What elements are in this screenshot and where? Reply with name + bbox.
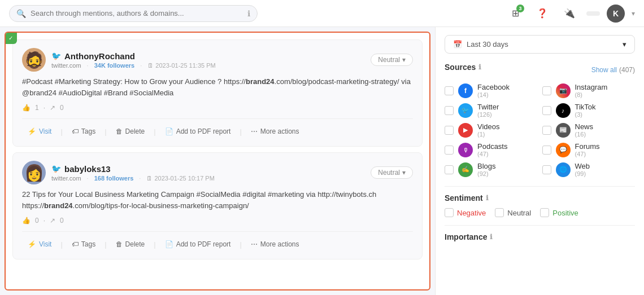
sentiment-checkbox-neutral[interactable] (495, 208, 504, 217)
plugin-button[interactable]: 🔌 (559, 3, 580, 24)
info-icon[interactable]: ℹ (486, 194, 489, 202)
tags-button[interactable]: 🏷 Tags (66, 125, 101, 138)
sentiment-badge[interactable]: Neutral ▾ (371, 166, 413, 179)
chevron-down-icon: ▾ (402, 56, 406, 64)
post-content: #Podcast #Marketing Strategy: How to Gro… (22, 76, 413, 98)
sentiment-section: Sentiment ℹ Negative Neutral Positive (445, 193, 635, 217)
tag-icon: 🏷 (72, 127, 79, 135)
source-item-news: 📰 News (16) (542, 122, 636, 138)
chevron-down-icon[interactable]: ▾ (632, 10, 635, 17)
sentiment-option-negative: Negative (445, 208, 486, 217)
source-checkbox-forums[interactable] (542, 146, 551, 155)
user-meta: twitter.com · 168 followers · 🗓 2023-01-… (51, 175, 365, 182)
more-actions-button[interactable]: ⋯ More actions (245, 125, 305, 138)
sentiment-checkbox-positive[interactable] (540, 208, 549, 217)
post-stats: 👍 0 · ↗ 0 (22, 217, 413, 224)
lightning-icon: ⚡ (28, 240, 36, 248)
delete-button[interactable]: 🗑 Delete (110, 237, 151, 251)
source-count: (3) (575, 111, 596, 118)
trash-icon: 🗑 (116, 127, 123, 135)
user-info: 🐦 babyloks13 twitter.com · 168 followers… (51, 164, 365, 182)
feed-badge-icon: ✓ (8, 35, 13, 41)
source-item-forums: 💬 Forums (47) (542, 142, 636, 157)
user-name-row: 🐦 babyloks13 (51, 164, 365, 174)
source-count: (16) (575, 131, 594, 138)
source-label-podcasts: Podcasts (47) (477, 142, 507, 157)
user-name-row: 🐦 AnthonyRochand (51, 51, 365, 61)
help-button[interactable]: ❓ (532, 3, 552, 24)
source-count: (126) (477, 111, 499, 118)
date-range-picker[interactable]: 📅 Last 30 days ▾ (445, 35, 635, 54)
show-all-button[interactable]: Show all (591, 66, 617, 74)
source-label-twitter: Twitter (126) (477, 103, 499, 118)
source-label-instagram: Instagram (8) (575, 83, 608, 98)
twitter-icon: 🐦 (458, 103, 473, 118)
info-icon[interactable]: ℹ (247, 9, 250, 18)
twitter-icon: 🐦 (51, 164, 61, 173)
plugin-icon: 🔌 (564, 8, 575, 19)
sentiment-title: Sentiment ℹ (445, 193, 635, 202)
dashboard-button[interactable]: ⊞ 3 (505, 3, 525, 24)
source-checkbox-blogs[interactable] (445, 165, 454, 174)
sentiment-checkbox-negative[interactable] (445, 208, 454, 217)
more-actions-button[interactable]: ⋯ More actions (245, 237, 305, 251)
tags-button[interactable]: 🏷 Tags (66, 237, 101, 251)
source-checkbox-tiktok[interactable] (542, 106, 551, 115)
action-separator: | (240, 127, 241, 136)
mention-card: 👩 🐦 babyloks13 twitter.com · 168 followe… (12, 152, 423, 259)
source-checkbox-news[interactable] (542, 126, 551, 135)
source-checkbox-instagram[interactable] (542, 86, 551, 95)
divider (445, 186, 635, 187)
instagram-icon: 📷 (556, 83, 571, 98)
visit-button[interactable]: ⚡ Visit (22, 237, 57, 251)
search-input[interactable] (31, 9, 243, 17)
add-to-pdf-button[interactable]: 📄 Add to PDF report (159, 125, 237, 138)
add-to-pdf-button[interactable]: 📄 Add to PDF report (159, 237, 237, 251)
sources-title: Sources ℹ (445, 63, 481, 72)
news-icon: 📰 (556, 123, 571, 138)
source-checkbox-twitter[interactable] (445, 106, 454, 115)
visit-button[interactable]: ⚡ Visit (22, 125, 57, 138)
date-range-label: Last 30 days (467, 40, 508, 49)
main-content: ✓ 🧔 🐦 AnthonyRochand twitter.com (0, 27, 644, 295)
calendar-icon: 📅 (453, 40, 462, 49)
user-source: twitter.com (51, 175, 81, 182)
source-checkbox-facebook[interactable] (445, 86, 454, 95)
action-separator: | (154, 240, 155, 249)
sentiment-option-neutral: Neutral (495, 208, 531, 217)
avatar[interactable]: K (607, 5, 625, 23)
info-icon[interactable]: ℹ (490, 233, 493, 241)
post-date: 🗓 2023-01-25 11:35 PM (147, 62, 215, 69)
sidebar: 📅 Last 30 days ▾ Sources ℹ Show all (407… (435, 27, 644, 295)
stat-separator: · (43, 217, 45, 224)
source-name: Forums (575, 142, 600, 151)
sources-grid: f Facebook (14) 📷 Instagram (8) (445, 83, 635, 177)
source-name: News (575, 122, 594, 131)
source-label-blogs: Blogs (92) (477, 162, 496, 177)
meta-separator: · (87, 175, 89, 182)
like-icon: 👍 (22, 217, 31, 224)
user-source: twitter.com (51, 62, 81, 69)
sentiment-options: Negative Neutral Positive (445, 208, 635, 217)
source-name: Facebook (477, 83, 510, 91)
action-separator: | (154, 127, 155, 136)
source-count: (1) (477, 131, 500, 138)
source-checkbox-videos[interactable] (445, 126, 454, 135)
meta-separator: · (87, 62, 89, 69)
source-checkbox-podcasts[interactable] (445, 146, 454, 155)
action-separator: | (60, 127, 62, 136)
search-bar[interactable]: 🔍 ℹ (9, 5, 258, 22)
like-icon: 👍 (22, 104, 31, 112)
tag-icon: 🏷 (72, 240, 79, 248)
mention-header: 👩 🐦 babyloks13 twitter.com · 168 followe… (22, 161, 413, 184)
delete-button[interactable]: 🗑 Delete (110, 125, 151, 138)
avatar: 👩 (22, 161, 46, 184)
source-item-tiktok: ♪ TikTok (3) (542, 103, 636, 118)
source-name: Videos (477, 122, 500, 131)
sentiment-badge[interactable]: Neutral ▾ (371, 54, 413, 66)
sentiment-label: Neutral (378, 169, 400, 177)
mention-card: 🧔 🐦 AnthonyRochand twitter.com · 34K fol… (12, 39, 423, 147)
source-checkbox-web[interactable] (542, 165, 551, 174)
info-icon[interactable]: ℹ (478, 63, 481, 71)
twitter-icon: 🐦 (51, 51, 61, 60)
